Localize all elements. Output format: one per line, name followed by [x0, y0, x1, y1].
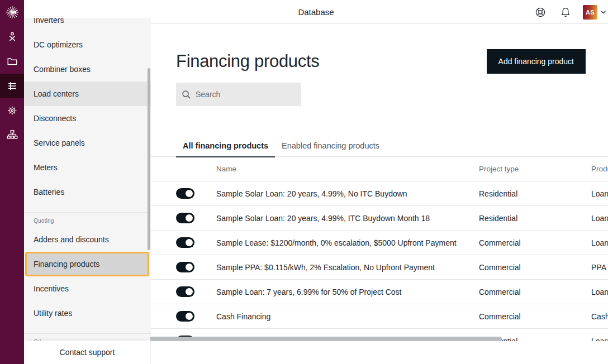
table-row[interactable]: Sample Lease: $1200/month, 0% escalation… [151, 231, 608, 255]
aurora-logo-icon[interactable] [0, 0, 24, 25]
cell-name: Sample Lease: $1200/month, 0% escalation… [216, 238, 479, 247]
enabled-toggle[interactable] [176, 237, 194, 248]
table-row[interactable]: Sample Solar Loan: 20 years, 4.99%, ITC … [151, 206, 608, 231]
tab-all-financing-products[interactable]: All financing products [176, 134, 275, 157]
toggle-knob [186, 313, 193, 320]
search-input[interactable] [196, 90, 296, 99]
cell-project-type: Commercial [479, 312, 591, 321]
cell-product-type: Lease [591, 337, 608, 342]
table-header-row: Name Project type Product type [151, 157, 608, 181]
sidebar-item-load-centers[interactable]: Load centers [24, 82, 151, 106]
toggle-knob [186, 239, 193, 246]
settings-icon[interactable] [0, 98, 24, 123]
cell-project-type: Commercial [479, 263, 591, 272]
table-row[interactable]: Sample Solar Loan: 20 years, 4.99%, No I… [151, 181, 608, 206]
sidebar-item-meters[interactable]: Meters [24, 155, 151, 180]
projects-icon[interactable] [0, 25, 24, 49]
toggle-knob [186, 190, 193, 197]
sidebar-item-batteries[interactable]: Batteries [24, 180, 151, 204]
organization-icon[interactable] [0, 123, 24, 147]
sidebar-sections: InvertersDC optimizersCombiner boxesLoad… [24, 18, 151, 341]
table-row[interactable]: Sample Loan: 7 years, 6.99% for 50% of P… [151, 280, 608, 304]
icon-rail [0, 0, 24, 364]
sidebar-item-inverters[interactable]: Inverters [24, 18, 151, 32]
sidebar-item-financing-products[interactable]: Financing products [25, 252, 149, 276]
sidebar-scrollbar[interactable] [148, 68, 150, 250]
cell-product-type: Cash [591, 312, 608, 321]
table-body: Sample Solar Loan: 20 years, 4.99%, No I… [151, 181, 608, 341]
table-row[interactable]: Sample PPA: $0.115/kWh, 2% Escalation, N… [151, 255, 608, 280]
contact-support-button[interactable]: Contact support [60, 348, 115, 357]
enabled-toggle[interactable] [176, 286, 194, 297]
sidebar-item-service-panels[interactable]: Service panels [24, 131, 151, 155]
toggle-knob [186, 214, 193, 222]
cell-project-type: Residential [479, 214, 591, 223]
financing-products-table: Name Project type Product type Sample So… [151, 157, 608, 341]
cell-name: Sample Solar Loan: 20 years, 4.99%, ITC … [216, 214, 479, 223]
toggle-knob [186, 264, 193, 271]
sidebar-section-label: Other [24, 334, 151, 341]
cell-name: Sample PPA: $0.115/kWh, 2% Escalation, N… [216, 263, 479, 272]
table-row[interactable]: Cash FinancingCommercialCash [151, 304, 608, 329]
cell-product-type: PPA [591, 263, 608, 272]
database-icon[interactable] [0, 74, 24, 98]
cell-toggle [176, 262, 216, 272]
enabled-toggle[interactable] [176, 213, 194, 223]
avatar[interactable]: AS [583, 5, 597, 20]
sidebar-section-label: Quoting [24, 213, 151, 227]
cell-toggle [176, 188, 216, 199]
sidebar-item-combiner-boxes[interactable]: Combiner boxes [24, 57, 151, 82]
sidebar: InvertersDC optimizersCombiner boxesLoad… [24, 18, 151, 341]
sidebar-item-adders-and-discounts[interactable]: Adders and discounts [24, 227, 151, 252]
cell-name: Sample Solar Loan: 20 years, 4.99%, No I… [216, 189, 479, 198]
table-horizontal-scrollbar[interactable] [150, 337, 502, 341]
sidebar-footer: Contact support [24, 341, 151, 364]
header-name: Name [216, 165, 479, 173]
enabled-toggle[interactable] [176, 188, 194, 199]
cell-project-type: Commercial [479, 238, 591, 247]
sidebar-item-utility-rates[interactable]: Utility rates [24, 301, 151, 325]
notifications-bell-icon[interactable] [558, 0, 573, 24]
sidebar-item-disconnects[interactable]: Disconnects [24, 106, 151, 131]
cell-toggle [176, 286, 216, 297]
header-product-type: Product type [591, 165, 608, 173]
cell-name: Sample Loan: 7 years, 6.99% for 50% of P… [216, 288, 479, 296]
cell-project-type: Commercial [479, 288, 591, 296]
cell-product-type: Loan [591, 238, 608, 247]
cell-product-type: Loan [591, 189, 608, 198]
sidebar-item-incentives[interactable]: Incentives [24, 276, 151, 301]
header-project-type: Project type [479, 165, 591, 173]
main-content: Financing products Add financing product… [151, 25, 608, 364]
sidebar-item-dc-optimizers[interactable]: DC optimizers [24, 32, 151, 57]
avatar-initials: AS [586, 9, 595, 16]
folders-icon[interactable] [0, 49, 24, 74]
topbar-sidebar-cover [24, 0, 151, 18]
help-icon[interactable] [533, 0, 548, 24]
cell-product-type: Loan [591, 214, 608, 223]
tab-enabled-financing-products[interactable]: Enabled financing products [275, 134, 386, 157]
cell-name: Cash Financing [216, 312, 479, 321]
enabled-toggle[interactable] [176, 262, 194, 272]
cell-toggle [176, 311, 216, 322]
search-box [176, 83, 301, 106]
page-title: Financing products [176, 49, 320, 74]
enabled-toggle[interactable] [176, 311, 194, 322]
cell-toggle [176, 213, 216, 223]
tab-bar: All financing products Enabled financing… [151, 134, 608, 157]
add-financing-product-button[interactable]: Add financing product [487, 49, 586, 74]
cell-toggle [176, 237, 216, 248]
search-icon [182, 90, 191, 99]
account-menu-chevron-down-icon[interactable] [598, 0, 607, 24]
toggle-knob [186, 288, 193, 295]
cell-product-type: Loan [591, 288, 608, 296]
cell-project-type: Residential [479, 189, 591, 198]
